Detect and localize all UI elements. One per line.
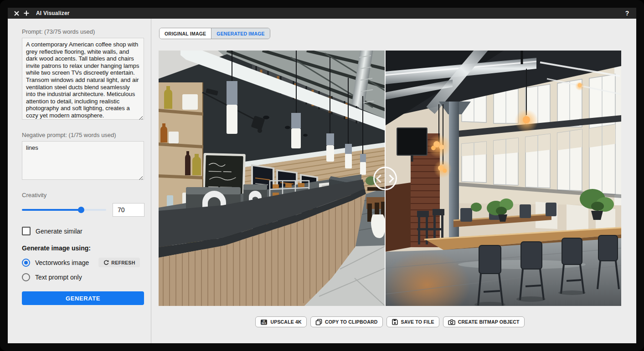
close-icon[interactable] [12, 9, 21, 17]
copy-to-clipboard-button[interactable]: COPY TO CLIPBOARD [310, 316, 383, 327]
settings-panel: Prompt: (73/75 words used) A contemporar… [8, 19, 151, 343]
save-icon [392, 319, 398, 326]
creativity-label: Creativity [22, 192, 144, 198]
preview-panel: ORIGINAL IMAGE GENERATED IMAGE [151, 19, 636, 343]
camera-icon [448, 319, 455, 326]
chevron-left-icon [376, 174, 384, 183]
copy-icon [315, 319, 322, 326]
vectorworks-image-label: Vectorworks image [35, 259, 89, 266]
vectorworks-image-radio[interactable] [22, 259, 30, 267]
create-bitmap-object-button[interactable]: CREATE BITMAP OBJECT [443, 316, 525, 327]
sketch-render-image [159, 51, 385, 306]
dialog-content: Prompt: (73/75 words used) A contemporar… [8, 19, 636, 343]
negative-prompt-input[interactable]: lines [22, 141, 144, 180]
text-prompt-only-radio[interactable] [22, 273, 30, 281]
help-icon[interactable]: ? [623, 10, 632, 17]
generated-photo-image [385, 51, 621, 306]
creativity-slider[interactable] [22, 203, 106, 216]
tab-generated-image[interactable]: GENERATED IMAGE [211, 28, 269, 39]
ai-visualizer-window: AI Visualizer ? Prompt: (73/75 words use… [0, 0, 644, 351]
comparison-slider-handle[interactable] [373, 167, 397, 190]
window-title: AI Visualizer [36, 10, 70, 16]
comparison-generated-half [385, 51, 621, 306]
image-actions: HI RES UPSCALE 4K COPY TO CLIPBOARD [159, 316, 621, 327]
slider-fill [22, 209, 81, 211]
generate-similar-checkbox[interactable] [22, 227, 31, 235]
hi-res-badge-icon: HI RES [260, 319, 268, 326]
generate-button[interactable]: GENERATE [22, 291, 144, 305]
prompt-label: Prompt: (73/75 words used) [22, 28, 144, 35]
text-prompt-only-option[interactable]: Text prompt only [22, 273, 144, 281]
negative-prompt-label: Negative prompt: (1/75 words used) [22, 132, 144, 138]
comparison-viewer [159, 51, 621, 306]
svg-text:RES: RES [262, 322, 266, 325]
prompt-input[interactable]: A contemporary American coffee shop with… [22, 38, 144, 120]
generate-similar-row[interactable]: Generate similar [22, 227, 144, 235]
plus-icon[interactable] [22, 9, 31, 17]
slider-thumb[interactable] [78, 207, 84, 213]
upscale-4k-button[interactable]: HI RES UPSCALE 4K [255, 316, 307, 327]
tab-original-image[interactable]: ORIGINAL IMAGE [160, 28, 211, 39]
save-to-file-button[interactable]: SAVE TO FILE [386, 316, 439, 327]
titlebar: AI Visualizer ? [8, 8, 636, 19]
image-tabs: ORIGINAL IMAGE GENERATED IMAGE [159, 28, 270, 39]
refresh-icon [103, 259, 109, 265]
comparison-original-half [159, 51, 385, 306]
creativity-value-input[interactable] [113, 203, 144, 217]
generate-using-label: Generate image using: [22, 244, 144, 252]
refresh-button[interactable]: REFRESH [98, 258, 139, 267]
generate-similar-label: Generate similar [36, 228, 82, 235]
chevron-right-icon [386, 174, 394, 183]
vectorworks-image-option[interactable]: Vectorworks image REFRESH [22, 258, 144, 267]
text-prompt-only-label: Text prompt only [35, 274, 82, 281]
